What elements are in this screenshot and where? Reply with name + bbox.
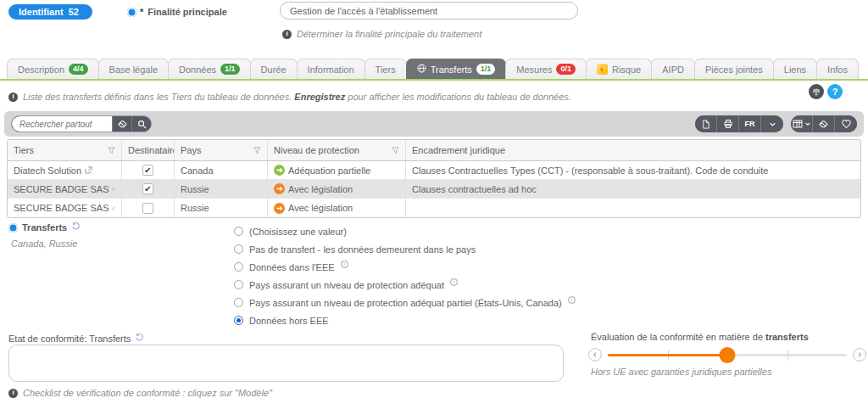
tab-liens[interactable]: Liens (773, 59, 817, 79)
conformity-label: Etat de conformité: Transferts (8, 333, 144, 344)
transfer-option[interactable]: (Choisissez une valeur) (234, 222, 576, 240)
pays-cell: Russie (175, 180, 268, 198)
language-dropdown-button[interactable] (761, 115, 783, 132)
radio-button[interactable] (234, 244, 243, 254)
transfer-option[interactable]: Données hors EEE (234, 311, 576, 329)
tab-dur-e[interactable]: Durée (250, 59, 298, 79)
table-row[interactable]: SECURE BADGE SAS✔RussieAvec législationC… (8, 180, 860, 199)
encadrement-cell (406, 199, 860, 217)
tab-description[interactable]: Description4/4 (7, 59, 99, 79)
destinataire-checkbox[interactable]: ✔ (142, 183, 153, 194)
slider-tick (787, 350, 788, 361)
transfer-option[interactable]: Pas de transfert - les données demeurent… (234, 240, 576, 258)
tab-pi-ces-jointes[interactable]: Pièces jointes (694, 59, 774, 79)
transfer-option[interactable]: Pays assurant un niveau de protection ad… (234, 294, 576, 311)
finalite-label: * Finalité principale (127, 7, 227, 17)
protection-level-icon (274, 183, 285, 194)
radio-label: Données dans l'EEE (249, 262, 335, 272)
language-button[interactable]: FR (739, 115, 761, 132)
tab-label: Durée (261, 64, 287, 75)
columns-button[interactable] (791, 115, 813, 132)
info-icon: i (282, 30, 292, 39)
radio-button[interactable] (234, 262, 243, 272)
search-input[interactable] (12, 116, 112, 132)
protection-level-icon (274, 165, 285, 176)
help-icon[interactable]: ? (827, 84, 843, 99)
tab-risque[interactable]: Risque (586, 59, 652, 79)
history-icon[interactable] (135, 333, 144, 344)
legal-icon[interactable] (809, 84, 824, 99)
clear-search-button[interactable] (112, 116, 131, 132)
radio-label: (Choisissez une valeur) (249, 227, 347, 237)
table-header: TiersDestinatairePaysNiveau de protectio… (8, 140, 860, 161)
conformity-textarea[interactable] (8, 345, 564, 382)
tab-donn-es[interactable]: Données1/1 (168, 59, 251, 79)
conformity-slider[interactable] (588, 346, 866, 363)
favorites-button[interactable] (835, 115, 857, 132)
tab-base-l-gale[interactable]: Base légale (98, 59, 170, 79)
destinataire-checkbox[interactable]: ✔ (142, 165, 153, 176)
export-group: FR (695, 115, 783, 132)
column-header: Encadrement juridique (406, 140, 860, 160)
info-icon[interactable]: i (568, 296, 576, 304)
tab-infos[interactable]: Infos (816, 59, 859, 79)
filter-icon[interactable] (108, 147, 115, 154)
tab-badge: 1/1 (220, 64, 240, 75)
tab-label: Mesures (516, 64, 552, 75)
finalite-input[interactable] (280, 2, 578, 20)
slider-track[interactable] (608, 354, 847, 356)
tab-information[interactable]: Information (297, 59, 365, 79)
radio-label: Pas de transfert - les données demeurent… (249, 244, 476, 255)
transfer-option[interactable]: Pays assurant un niveau de protection ad… (234, 276, 576, 294)
radio-button[interactable] (234, 298, 243, 307)
protection-level-icon (274, 203, 285, 214)
radio-label: Données hors EEE (249, 316, 329, 326)
identifiant-label: Identifiant (19, 7, 64, 17)
destinataire-cell: ✔ (122, 161, 175, 179)
finalite-hint-text: Déterminer la finalité principale du tra… (297, 29, 481, 39)
tab-label: Risque (612, 64, 641, 75)
radio-button[interactable] (234, 316, 243, 325)
niveau-cell: Avec législation (268, 199, 406, 217)
filter-icon[interactable] (253, 147, 261, 154)
column-header: Tiers (8, 140, 122, 160)
tab-label: Base légale (109, 64, 159, 75)
corner-actions: ? (809, 84, 843, 99)
reset-filters-button[interactable] (813, 115, 835, 132)
transfer-option[interactable]: Données dans l'EEEi (234, 258, 576, 276)
history-icon[interactable] (71, 221, 81, 233)
tab-badge: 0/1 (556, 64, 576, 75)
radio-button[interactable] (234, 227, 243, 236)
tab-label: Information (308, 64, 354, 75)
toolbar: FR (4, 111, 864, 137)
filter-icon[interactable] (392, 147, 399, 154)
radio-label: Pays assurant un niveau de protection ad… (249, 280, 444, 290)
external-link-icon[interactable] (112, 185, 115, 193)
print-button[interactable] (717, 115, 739, 132)
table-row[interactable]: Diatech Solution✔CanadaAdéquation partie… (8, 161, 860, 180)
slider-increase-button[interactable] (853, 348, 866, 362)
evaluation-title: Évaluation de la conformité en matière d… (591, 332, 809, 342)
destinataire-checkbox[interactable] (142, 203, 153, 214)
encadrement-cell: Clauses Contractuelles Types (CCT) - (re… (406, 161, 860, 179)
tab-transferts[interactable]: Transferts1/1 (406, 59, 507, 79)
slider-thumb[interactable] (720, 347, 736, 363)
table-row[interactable]: SECURE BADGE SASRussieAvec législation (8, 199, 860, 217)
external-link-icon[interactable] (112, 205, 115, 212)
search-button[interactable] (131, 116, 151, 132)
tab-mesures[interactable]: Mesures0/1 (505, 59, 587, 79)
tab-aipd[interactable]: AIPD (651, 59, 695, 79)
export-button[interactable] (695, 115, 717, 132)
tab-tiers[interactable]: Tiers (364, 59, 407, 79)
tab-label: Tiers (376, 64, 396, 75)
slider-decrease-button[interactable] (588, 348, 602, 362)
required-mark: * (140, 7, 143, 17)
globe-icon (417, 64, 426, 75)
radio-button[interactable] (234, 280, 243, 289)
pays-cell: Canada (175, 161, 268, 179)
pays-cell: Russie (175, 199, 268, 217)
external-link-icon[interactable] (85, 166, 92, 174)
finalite-label-text: Finalité principale (147, 7, 227, 17)
info-icon[interactable]: i (450, 278, 458, 286)
info-icon[interactable]: i (341, 261, 348, 268)
